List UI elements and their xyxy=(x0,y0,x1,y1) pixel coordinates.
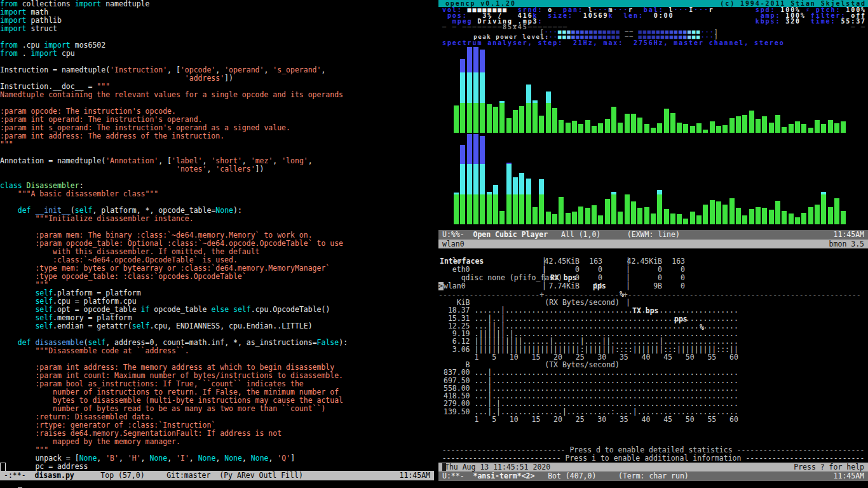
bmon-version: bmon 3.5 xyxy=(829,240,864,248)
spectrum-bar xyxy=(756,207,761,224)
rx-bytes-graph: KiB (RX Bytes/second) 18.37 ......|.....… xyxy=(444,299,738,361)
interface-name: wlan0 xyxy=(444,282,466,290)
spectrum-bar xyxy=(480,136,485,224)
code-line: from . import cpu xyxy=(0,50,434,58)
spectrum-bar xyxy=(801,124,806,133)
spectrum-bar xyxy=(631,201,636,224)
spectrum-bar xyxy=(605,119,610,133)
spectrum-bar xyxy=(670,214,675,224)
spectrum-bar xyxy=(546,212,551,224)
buffer-name: Open Cubic Player xyxy=(473,230,548,239)
spectrum-bar xyxy=(769,210,774,224)
code-line: from collections import namedtuple xyxy=(0,0,434,8)
spectrum-bar xyxy=(526,85,531,133)
spectrum-bar xyxy=(762,208,767,224)
tx-bytes-graph: B (TX Bytes/second) 837.00 ...|.........… xyxy=(444,361,738,423)
modeline-clock: 11:45AM xyxy=(834,230,864,240)
spectrum-bar xyxy=(454,105,459,133)
spectrum-bar xyxy=(513,177,518,224)
rx-bps-value: 7.74KiB xyxy=(527,282,580,290)
rx-pps-value: 14 xyxy=(582,282,602,290)
spectrum-bar xyxy=(756,119,761,133)
code-line: self.endian = getattr(self.cpu, ENDIANNE… xyxy=(0,322,434,330)
spectrum-bar xyxy=(566,123,571,133)
tx-pps-value: 0 xyxy=(665,282,685,290)
spectrum-bar xyxy=(821,124,826,133)
emacs-modeline-left[interactable]: -:**- disasm.py Top (57,0) Git:master (P… xyxy=(0,471,434,480)
code-line: 'notes', 'callers']) xyxy=(0,165,434,173)
code-line: """A basic disassembler class""" xyxy=(0,190,434,198)
minibuffer[interactable]: Shell command: gnome-screenshot -f ~/ema… xyxy=(0,480,434,488)
bmon-statusbar: Thu Aug 13 11:45:51 2020 Press ? for hel… xyxy=(438,463,868,471)
spectrum-bar xyxy=(789,214,794,224)
spectrum-bar xyxy=(696,215,702,224)
code-line: :type opcode_table: :class:`opcodes.Opco… xyxy=(0,273,434,281)
spectrum-bar xyxy=(637,208,642,224)
tx-bps-value: 9B xyxy=(610,282,662,290)
emacs-hollow-cursor xyxy=(0,463,6,471)
spectrum-channel-2 xyxy=(454,134,846,224)
spectrum-bar xyxy=(782,211,787,224)
code-line: import struct xyxy=(0,25,434,33)
spectrum-bar xyxy=(578,207,583,224)
bmon-hint-additional: --------------------------- Press i to e… xyxy=(438,454,868,463)
code-line: import pathlib xyxy=(0,17,434,25)
spectrum-bar xyxy=(552,108,557,133)
spectrum-analyser-label: spectrum analyser, step: 21Hz, max: 2756… xyxy=(442,40,785,46)
emacs-modeline-ocp[interactable]: U:%%- Open Cubic Player All (1,0) (EXWM:… xyxy=(438,230,868,240)
spectrum-bar xyxy=(539,116,544,133)
spectrum-bar xyxy=(572,121,577,133)
spectrum-bar xyxy=(828,120,833,133)
spectrum-bar xyxy=(585,208,590,224)
table-row[interactable]: >wlan0|7.74KiB14|9B0 xyxy=(438,282,868,290)
code-line: """Disassemble code at ``address``. xyxy=(0,347,434,355)
spectrum-bar xyxy=(631,114,636,133)
spectrum-bar xyxy=(677,214,682,224)
bmon-cursor xyxy=(442,463,446,471)
modeline-clock: 11:45AM xyxy=(834,471,864,481)
spectrum-bar xyxy=(605,199,610,224)
tx-bps-value: 0 xyxy=(610,266,662,274)
emacs-modeline-term[interactable]: U:**- *ansi-term*<2> Bot (407,0) (Term: … xyxy=(438,471,868,481)
code-line: """ xyxy=(0,140,434,149)
spectrum-bar xyxy=(460,145,465,224)
spectrum-bar xyxy=(749,209,754,224)
spectrum-bar xyxy=(729,198,735,224)
spectrum-bar xyxy=(539,179,544,224)
spectrum-bar xyxy=(742,115,747,133)
spectrum-bar xyxy=(683,124,688,133)
spectrum-bar xyxy=(795,121,800,133)
spectrum-bar xyxy=(611,192,616,224)
spectrum-bar xyxy=(598,123,603,133)
spectrum-bar xyxy=(782,127,787,133)
code-line: mapped by the memory manager. xyxy=(0,438,434,446)
modeline-left-text: -:**- disasm.py Top (57,0) Git:master (P… xyxy=(4,471,303,480)
spectrum-bar xyxy=(513,110,518,133)
spectrum-bar xyxy=(828,207,833,224)
table-row[interactable]: lo|42.45KiB163|42.45KiB163 xyxy=(438,257,868,266)
spectrum-bar xyxy=(611,107,616,133)
spectrum-bar xyxy=(664,209,669,224)
spectrum-bar xyxy=(546,92,551,133)
spectrum-channel-1 xyxy=(454,47,846,133)
spectrum-bar xyxy=(710,121,715,133)
spectrum-bar xyxy=(775,115,780,133)
spectrum-bar xyxy=(742,215,747,224)
buffer-name: *ansi-term*<2> xyxy=(473,471,534,480)
spectrum-bar xyxy=(618,123,623,133)
spectrum-bar xyxy=(499,101,505,133)
spectrum-bar xyxy=(841,121,846,133)
spectrum-bar xyxy=(736,208,741,224)
spectrum-bar xyxy=(493,107,498,133)
spectrum-bar xyxy=(834,123,839,133)
spectrum-bar xyxy=(716,126,721,133)
spectrum-bar xyxy=(762,116,767,133)
terminal-window[interactable]: opencp v0.1.20 (c) 1994-2011 Stian Skjel… xyxy=(438,0,868,488)
bmon-hint-detailed: ---------------------------- Press d to … xyxy=(438,446,868,454)
spectrum-bar xyxy=(651,214,656,224)
spectrum-bar xyxy=(493,185,498,224)
spectrum-bar xyxy=(775,201,780,224)
desktop: from collections import namedtupleimport… xyxy=(0,0,868,488)
spectrum-bar xyxy=(454,193,459,224)
emacs-code-window[interactable]: from collections import namedtupleimport… xyxy=(0,0,434,471)
